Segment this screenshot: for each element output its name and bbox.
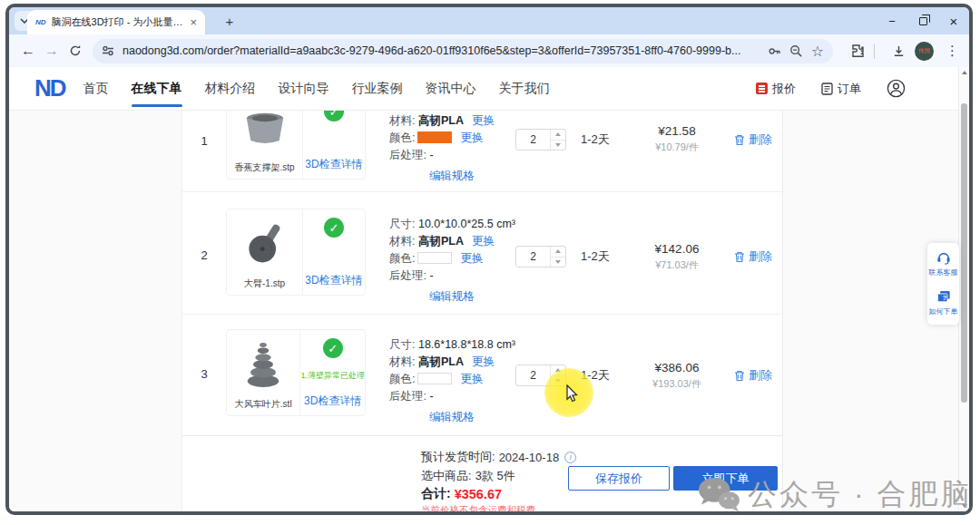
check-note: 1.薄壁异常已处理	[300, 370, 365, 382]
reload-button[interactable]	[64, 39, 87, 63]
how-to-order-button[interactable]: ? 如何下单	[929, 290, 957, 316]
edit-spec-link[interactable]: 编辑规格	[429, 410, 475, 425]
site-logo[interactable]: ND	[34, 74, 65, 102]
model-filename: 大风车叶片.stl	[227, 398, 299, 415]
price-block: ¥386.06 ¥193.03/件	[639, 361, 715, 391]
new-tab-button[interactable]: +	[220, 11, 240, 31]
order-now-button[interactable]: 立即下单	[673, 466, 778, 491]
extensions-icon[interactable]	[850, 44, 865, 58]
browser-profile-avatar[interactable]: 传国	[915, 42, 934, 61]
menu-item-news[interactable]: 资讯中心	[426, 75, 476, 102]
scrollbar-thumb[interactable]	[961, 103, 967, 403]
unit-price: ¥10.79/件	[639, 141, 715, 154]
model-thumbnail-blade	[227, 330, 299, 398]
quantity-stepper[interactable]: 2	[515, 129, 566, 151]
svg-text:?: ?	[942, 295, 946, 301]
forward-button[interactable]: →	[40, 39, 64, 63]
selected-items-line: 选中商品: 3款 5件	[421, 468, 515, 484]
trash-icon	[734, 251, 745, 263]
quantity-stepper[interactable]: 2	[515, 246, 566, 267]
quote-nav-button[interactable]: 报价	[756, 81, 796, 97]
reload-icon	[69, 44, 82, 57]
mouse-cursor	[566, 384, 581, 406]
menu-dots-icon[interactable]: ⋮	[943, 43, 962, 59]
back-button[interactable]: ←	[16, 39, 40, 63]
order-doc-icon	[821, 83, 833, 95]
menu-item-materials[interactable]: 材料介绍	[205, 75, 256, 102]
headset-icon	[936, 251, 951, 265]
delete-button[interactable]: 删除	[734, 367, 772, 384]
total-price: ¥21.58	[639, 124, 715, 138]
row-index: 2	[182, 248, 226, 262]
delete-button[interactable]: 删除	[734, 248, 772, 265]
check-success-icon: ✓	[324, 218, 344, 238]
menu-item-online-order[interactable]: 在线下单	[132, 75, 182, 102]
stepper-down-icon[interactable]	[551, 140, 565, 151]
browser-tab[interactable]: ND 脑洞在线3D打印 - 为小批量制造 ×	[27, 10, 205, 34]
passwords-key-icon[interactable]	[768, 44, 781, 58]
user-profile-button[interactable]	[887, 79, 906, 98]
row-index: 1	[182, 134, 226, 148]
main-menu: 首页 在线下单 材料介绍 设计向导 行业案例 资讯中心 关于我们	[83, 75, 550, 102]
browser-toolbar: ← → naodong3d.com/order?materialId=a9aab…	[9, 34, 969, 67]
close-button[interactable]: ×	[938, 7, 969, 34]
zoom-out-icon[interactable]	[789, 44, 803, 58]
change-color-link[interactable]: 更换	[460, 131, 483, 144]
change-material-link[interactable]: 更换	[472, 355, 495, 368]
download-icon[interactable]	[892, 44, 906, 58]
total-price: ¥386.06	[639, 361, 715, 374]
check-detail-link[interactable]: 3D检查详情	[304, 394, 361, 409]
change-material-link[interactable]: 更换	[472, 114, 495, 127]
check-detail-link[interactable]: 3D检查详情	[305, 273, 362, 288]
site-settings-icon	[102, 45, 114, 56]
check-success-icon: ✓	[324, 111, 344, 122]
color-swatch[interactable]	[417, 252, 452, 264]
check-success-icon: ✓	[323, 338, 343, 358]
stepper-down-icon[interactable]	[551, 257, 565, 267]
check-detail-link[interactable]: 3D检查详情	[305, 157, 362, 172]
change-material-link[interactable]: 更换	[472, 235, 495, 248]
edit-spec-link[interactable]: 编辑规格	[429, 289, 475, 305]
bookmark-star-icon[interactable]: ☆	[811, 43, 824, 60]
quantity-value[interactable]: 2	[516, 247, 550, 267]
page-scrollbar[interactable]	[958, 67, 969, 511]
delete-button[interactable]: 删除	[734, 131, 772, 148]
change-color-link[interactable]: 更换	[460, 373, 483, 385]
page-content: 1 香蕉支撑架.stp ✓ 3D检查详情 材料: 高韧PLA更换	[9, 111, 969, 511]
contact-service-button[interactable]: 联系客服	[929, 251, 957, 277]
minimize-button[interactable]: −	[877, 7, 907, 34]
quote-icon	[756, 83, 768, 94]
quantity-value[interactable]: 2	[516, 130, 550, 150]
price-block: ¥21.58 ¥10.79/件	[639, 124, 715, 154]
menu-item-about[interactable]: 关于我们	[499, 75, 550, 102]
menu-item-design-guide[interactable]: 设计向导	[279, 75, 329, 102]
address-bar[interactable]: naodong3d.com/order?materialId=a9aabc3c-…	[93, 39, 833, 63]
toolbar-divider	[874, 44, 875, 59]
unit-price: ¥193.03/件	[639, 377, 715, 391]
change-color-link[interactable]: 更换	[460, 252, 483, 265]
trash-icon	[734, 370, 745, 382]
model-filename: 大臂-1.stp	[227, 277, 302, 295]
ship-date: 2024-10-18	[499, 451, 560, 464]
order-items-panel: 1 香蕉支撑架.stp ✓ 3D检查详情 材料: 高韧PLA更换	[181, 111, 783, 511]
menu-item-home[interactable]: 首页	[83, 75, 109, 102]
tab-close-icon[interactable]: ×	[187, 15, 200, 29]
edit-spec-link[interactable]: 编辑规格	[429, 169, 475, 184]
scroll-down-arrow[interactable]	[959, 501, 969, 511]
save-quote-button[interactable]: 保存报价	[568, 466, 670, 491]
url-text: naodong3d.com/order?materialId=a9aabc3c-…	[122, 44, 760, 57]
model-card: 大臂-1.stp ✓ 3D检查详情	[226, 209, 366, 296]
info-icon[interactable]: i	[564, 452, 576, 463]
quantity-value[interactable]: 2	[516, 365, 550, 385]
order-summary: 预计发货时间: 2024-10-18 i 选中商品: 3款 5件 合计: ¥35…	[182, 436, 782, 510]
orders-nav-button[interactable]: 订单	[821, 81, 861, 97]
restore-button[interactable]	[907, 7, 938, 34]
tab-title: 脑洞在线3D打印 - 为小批量制造	[52, 15, 188, 29]
scroll-up-arrow[interactable]	[959, 67, 969, 78]
menu-item-cases[interactable]: 行业案例	[352, 75, 403, 102]
stepper-up-icon[interactable]	[551, 130, 565, 140]
browser-titlebar: ND 脑洞在线3D打印 - 为小批量制造 × + − ×	[9, 7, 969, 34]
color-swatch[interactable]	[417, 131, 452, 143]
stepper-up-icon[interactable]	[551, 247, 565, 257]
color-swatch[interactable]	[417, 373, 452, 384]
